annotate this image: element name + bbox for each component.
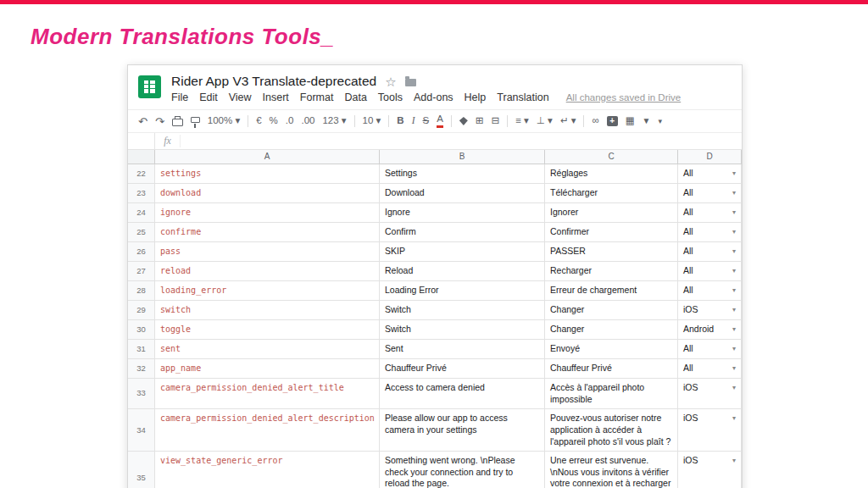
cell-french[interactable]: Changer	[545, 301, 678, 320]
cell-platform-dropdown[interactable]: Android	[678, 320, 742, 340]
more-toolbar-icon[interactable]: ▾	[658, 118, 662, 125]
cell-english[interactable]: Switch	[380, 301, 545, 320]
row-number[interactable]: 35	[128, 452, 155, 488]
undo-icon[interactable]: ↶	[138, 116, 147, 127]
cell-platform-dropdown[interactable]: All	[678, 223, 742, 242]
cell-english[interactable]: Ignore	[380, 203, 545, 223]
currency-format-icon[interactable]: €	[256, 116, 261, 126]
cell-platform-dropdown[interactable]: iOS	[678, 409, 742, 452]
cell-key[interactable]: pass	[155, 242, 380, 262]
cell-english[interactable]: Chauffeur Privé	[380, 359, 545, 379]
formula-input[interactable]	[181, 133, 742, 149]
redo-icon[interactable]: ↷	[155, 116, 164, 127]
cell-french[interactable]: Confirmer	[545, 223, 678, 242]
cell-platform-dropdown[interactable]: iOS	[678, 452, 742, 488]
merge-cells-icon[interactable]: ⊟	[492, 116, 500, 126]
cell-english[interactable]: SKIP	[380, 242, 545, 262]
cell-platform-dropdown[interactable]: All	[678, 184, 742, 203]
cell-french[interactable]: Une erreur est survenue. \nNous vous inv…	[545, 452, 678, 488]
cell-platform-dropdown[interactable]: All	[678, 164, 742, 184]
cell-french[interactable]: Changer	[545, 320, 678, 340]
text-wrap-icon[interactable]: ↵ ▾	[560, 116, 576, 126]
cell-key[interactable]: toggle	[155, 320, 380, 340]
menu-item[interactable]: Tools	[378, 92, 403, 103]
row-number[interactable]: 30	[128, 320, 155, 340]
horizontal-align-icon[interactable]: ≡ ▾	[515, 116, 529, 126]
cell-english[interactable]: Reload	[380, 262, 545, 281]
menu-item[interactable]: Translation	[497, 92, 548, 103]
column-header[interactable]: C	[545, 150, 678, 164]
cell-key[interactable]: app_name	[155, 359, 380, 379]
cell-english[interactable]: Access to camera denied	[380, 379, 545, 409]
cell-key[interactable]: loading_error	[155, 281, 380, 301]
cell-french[interactable]: Ignorer	[545, 203, 678, 223]
cell-platform-dropdown[interactable]: All	[678, 359, 742, 379]
text-color-icon[interactable]: A	[437, 114, 443, 128]
cell-english[interactable]: Download	[380, 184, 545, 203]
print-icon[interactable]	[172, 119, 183, 126]
row-number[interactable]: 33	[128, 379, 155, 409]
row-number[interactable]: 29	[128, 301, 155, 320]
bold-icon[interactable]: B	[397, 116, 403, 126]
menu-item[interactable]: Insert	[263, 92, 289, 103]
fill-color-icon[interactable]	[459, 117, 468, 125]
vertical-align-icon[interactable]: ⊥ ▾	[537, 116, 553, 126]
increase-decimal-icon[interactable]: .00	[301, 116, 314, 126]
cell-platform-dropdown[interactable]: iOS	[678, 301, 742, 320]
cell-key[interactable]: settings	[155, 164, 380, 184]
cell-key[interactable]: ignore	[155, 203, 380, 223]
star-icon[interactable]: ☆	[385, 75, 396, 88]
font-size-select[interactable]: 10 ▾	[363, 116, 381, 126]
cell-french[interactable]: Recharger	[545, 262, 678, 281]
strikethrough-icon[interactable]: S	[423, 116, 430, 126]
doc-title[interactable]: Rider App V3 Translate-deprecated	[171, 74, 376, 89]
cell-english[interactable]: Sent	[380, 340, 545, 359]
column-header[interactable]: D	[678, 150, 742, 164]
cell-french[interactable]: Accès à l'appareil photo impossible	[545, 379, 678, 409]
number-format-select[interactable]: 123 ▾	[322, 116, 346, 126]
cell-key[interactable]: reload	[155, 262, 380, 281]
paint-format-icon[interactable]	[191, 117, 200, 123]
column-header[interactable]: A	[155, 150, 380, 164]
cell-platform-dropdown[interactable]: All	[678, 242, 742, 262]
insert-link-icon[interactable]: ∞	[592, 116, 598, 126]
cell-key[interactable]: download	[155, 184, 380, 203]
cell-key[interactable]: camera_permission_denied_alert_descripti…	[155, 409, 380, 452]
row-number[interactable]: 32	[128, 359, 155, 379]
name-box[interactable]	[128, 133, 155, 149]
cell-french[interactable]: Chauffeur Privé	[545, 359, 678, 379]
cell-french[interactable]: PASSER	[545, 242, 678, 262]
row-number[interactable]: 34	[128, 409, 155, 452]
cell-english[interactable]: Confirm	[380, 223, 545, 242]
cell-platform-dropdown[interactable]: iOS	[678, 379, 742, 409]
cell-platform-dropdown[interactable]: All	[678, 281, 742, 301]
row-number[interactable]: 27	[128, 262, 155, 281]
insert-chart-icon[interactable]: ▦	[626, 116, 635, 126]
cell-platform-dropdown[interactable]: All	[678, 340, 742, 359]
cell-french[interactable]: Envoyé	[545, 340, 678, 359]
cell-french[interactable]: Pouvez-vous autoriser notre application …	[545, 409, 678, 452]
menu-item[interactable]: Format	[300, 92, 334, 103]
italic-icon[interactable]: I	[412, 116, 415, 126]
cell-key[interactable]: camera_permission_denied_alert_title	[155, 379, 380, 409]
cell-english[interactable]: Switch	[380, 320, 545, 340]
sheets-app-icon[interactable]	[138, 75, 161, 98]
menu-item[interactable]: View	[229, 92, 252, 103]
row-number[interactable]: 25	[128, 223, 155, 242]
filter-icon[interactable]: ▼	[643, 117, 651, 125]
save-status-link[interactable]: All changes saved in Drive	[566, 92, 682, 103]
insert-image-icon[interactable]: +	[607, 116, 618, 126]
menu-item[interactable]: Data	[344, 92, 366, 103]
select-all-corner[interactable]	[128, 150, 155, 164]
menu-item[interactable]: File	[171, 92, 188, 103]
cell-french[interactable]: Réglages	[545, 164, 678, 184]
menu-item[interactable]: Help	[465, 92, 487, 103]
row-number[interactable]: 26	[128, 242, 155, 262]
cell-key[interactable]: sent	[155, 340, 380, 359]
menu-item[interactable]: Add-ons	[414, 92, 453, 103]
zoom-select[interactable]: 100% ▾	[208, 116, 240, 126]
cell-english[interactable]: Loading Error	[380, 281, 545, 301]
cell-french[interactable]: Télécharger	[545, 184, 678, 203]
cell-key[interactable]: switch	[155, 301, 380, 320]
decrease-decimal-icon[interactable]: .0	[286, 116, 294, 126]
